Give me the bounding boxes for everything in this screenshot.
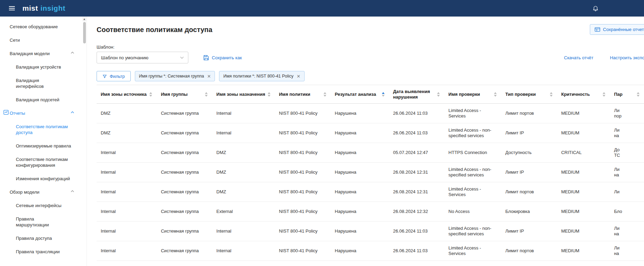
cell-date: 26.06.2024 11:03 — [389, 222, 445, 241]
cell-policy: NIST 800-41 Policy — [275, 123, 331, 143]
sidebar-item-config-changes[interactable]: Изменения конфигураций — [0, 172, 87, 185]
chevron-up-icon — [71, 111, 74, 113]
sort-icon[interactable] — [149, 92, 152, 96]
scrollbar-thumb[interactable] — [83, 22, 86, 43]
sort-icon[interactable] — [437, 92, 440, 96]
sidebar-item-subnet-validation[interactable]: Валидация подсетей — [0, 93, 87, 106]
cell-result: Нарушена — [331, 123, 389, 143]
column-header-dest_zone[interactable]: Имя зоны назначения — [212, 85, 275, 104]
filter-chip[interactable]: Имя политики *: NIST 800-41 Policy✕ — [219, 71, 304, 81]
sort-icon[interactable] — [637, 92, 640, 96]
sort-icon[interactable] — [205, 92, 208, 96]
save-as-label: Сохранить как — [212, 55, 242, 60]
column-header-check_type[interactable]: Тип проверки — [501, 85, 557, 104]
brand-mist: mist — [22, 4, 38, 12]
sidebar-item-access-policy-compliance[interactable]: Соответствие политикам доступа — [0, 120, 87, 139]
cell-date: 05.07.2024 12:47 — [389, 143, 445, 163]
cell-result: Нарушена — [331, 222, 389, 241]
cell-result: Нарушена — [331, 182, 389, 202]
cell-check_name: Limited Access - non-specified services — [444, 163, 501, 182]
column-header-result[interactable]: Результат анализа — [331, 85, 389, 104]
menu-icon[interactable] — [9, 6, 15, 10]
cell-dest_zone: DMZ — [212, 182, 275, 202]
topbar: mist insight — [0, 0, 644, 17]
sidebar-item-network-equipment[interactable]: Сетевое оборудование — [0, 20, 87, 33]
column-header-check_name[interactable]: Имя проверки — [444, 85, 501, 104]
cell-result: Нарушена — [331, 241, 389, 261]
column-header-criticality[interactable]: Критичность — [557, 85, 610, 104]
close-icon[interactable]: ✕ — [207, 74, 211, 79]
cell-dest_zone: Internal — [212, 123, 275, 143]
chevron-down-icon — [180, 57, 184, 59]
column-header-policy[interactable]: Имя политики — [275, 85, 331, 104]
sidebar-item-label: Правила маршрутизации — [16, 216, 49, 228]
sidebar-item-access-rules[interactable]: Правила доступа — [0, 232, 87, 245]
cell-criticality: MEDIUM — [557, 222, 610, 241]
sidebar-item-reports[interactable]: Отчеты — [0, 106, 87, 120]
close-icon[interactable]: ✕ — [297, 74, 300, 79]
sidebar-item-networks[interactable]: Сети — [0, 33, 87, 47]
saved-reports-button[interactable]: Сохранённые отчеты — [590, 24, 644, 35]
cell-check_type: Блокировка — [501, 202, 557, 222]
column-header-group[interactable]: Имя группы — [157, 85, 212, 104]
cell-source_zone: DMZ — [97, 123, 157, 143]
cell-source_zone: Internal — [97, 241, 157, 261]
column-header-label: Критичность — [561, 92, 590, 97]
table-row: InternalСистемная группаInternalNIST 800… — [97, 222, 644, 241]
sort-icon[interactable] — [603, 92, 605, 96]
sort-icon[interactable] — [382, 92, 385, 96]
sidebar-item-network-interfaces[interactable]: Сетевые интерфейсы — [0, 199, 87, 212]
sidebar-item-optimizable-rules[interactable]: Оптимизируемые правила — [0, 139, 87, 153]
column-header-source_zone[interactable]: Имя зоны источника — [97, 85, 157, 104]
cell-policy: NIST 800-41 Policy — [275, 202, 331, 222]
sidebar-scrollbar[interactable]: ▲ — [82, 17, 86, 43]
sort-icon[interactable] — [324, 92, 326, 96]
column-header-label: Результат анализа — [335, 92, 376, 97]
cell-params: Ли — [610, 182, 644, 202]
filter-row: Фильтр Имя группы *: Системная группа✕Им… — [97, 71, 644, 81]
cell-check_name: Limited Access - non-specified services — [444, 123, 501, 143]
sidebar-item-device-validation[interactable]: Валидация устройств — [0, 60, 87, 74]
cell-result: Нарушена — [331, 104, 389, 123]
cell-result: Нарушена — [331, 202, 389, 222]
configure-export-link[interactable]: Настроить экспорт — [610, 55, 644, 60]
sidebar-item-routing-rules[interactable]: Правила маршрутизации — [0, 212, 87, 232]
cell-params: Ли на — [610, 222, 644, 241]
save-icon — [204, 55, 209, 60]
sidebar-item-translation-rules[interactable]: Правила трансляции — [0, 245, 87, 258]
cell-params: Ли на — [610, 123, 644, 143]
sidebar-item-model-overview[interactable]: Обзор модели — [0, 185, 87, 199]
report-links: Скачать отчёт Настроить экспорт — [564, 55, 644, 60]
filter-chip[interactable]: Имя группы *: Системная группа✕ — [135, 71, 215, 81]
cell-group: Системная группа — [157, 182, 212, 202]
bell-icon[interactable] — [592, 5, 599, 12]
cell-date: 26.06.2024 11:03 — [389, 104, 445, 123]
scroll-up-icon[interactable]: ▲ — [82, 17, 86, 21]
table-row: InternalСистемная группаDMZNIST 800-41 P… — [97, 163, 644, 182]
cell-policy: NIST 800-41 Policy — [275, 241, 331, 261]
chevron-up-icon — [71, 52, 74, 54]
download-report-link[interactable]: Скачать отчёт — [564, 55, 593, 60]
sort-icon[interactable] — [494, 92, 497, 96]
template-select-value: Шаблон по умолчанию — [101, 55, 148, 60]
table-row: InternalСистемная группаDMZNIST 800-41 P… — [97, 143, 644, 163]
sidebar-item-interface-validation[interactable]: Валидация интерфейсов — [0, 74, 87, 93]
cell-params: Ли пор — [610, 104, 644, 123]
save-as-link[interactable]: Сохранить как — [204, 55, 242, 60]
sidebar-item-label: Валидация модели — [10, 51, 50, 57]
column-header-label: Имя проверки — [448, 92, 480, 97]
cell-policy: NIST 800-41 Policy — [275, 222, 331, 241]
sidebar-item-config-policy-compliance[interactable]: Соответствие политикам конфигурирования — [0, 153, 87, 172]
sidebar-item-model-validation[interactable]: Валидация модели — [0, 47, 87, 60]
column-header-date[interactable]: Дата выявления нарушения — [389, 85, 445, 104]
sort-icon[interactable] — [268, 92, 270, 96]
cell-criticality: MEDIUM — [557, 182, 610, 202]
template-select[interactable]: Шаблон по умолчанию — [97, 52, 188, 63]
sort-icon[interactable] — [550, 92, 553, 96]
cell-dest_zone: Internal — [212, 104, 275, 123]
filter-button[interactable]: Фильтр — [97, 71, 131, 81]
column-header-label: Дата выявления нарушения — [393, 89, 435, 100]
column-header-params[interactable]: Пар — [610, 85, 644, 104]
cell-params: Ли на — [610, 163, 644, 182]
cell-criticality: MEDIUM — [557, 202, 610, 222]
